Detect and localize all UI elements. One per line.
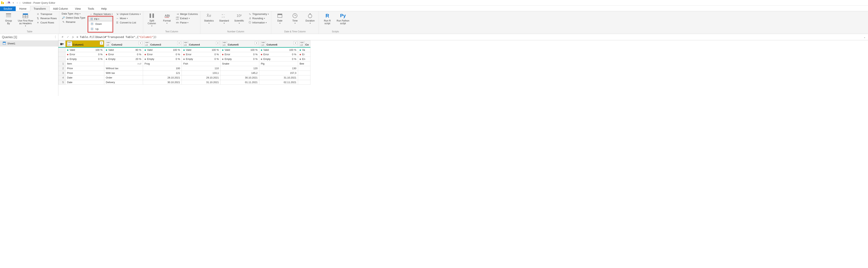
cell[interactable]: 100 <box>143 66 182 71</box>
merge-columns-button[interactable]: ⇥ Merge Columns <box>175 12 198 16</box>
qat-dropdown-icon[interactable]: ▾ <box>11 1 15 4</box>
cell[interactable]: With tax <box>104 71 143 76</box>
column-header-column1[interactable]: ABC123Column1▾ <box>65 40 104 48</box>
fill-up-menu-item[interactable]: Up <box>89 26 112 31</box>
table-row[interactable]: 1ItemnullFrogFishSnakePigBee <box>59 61 310 66</box>
cell[interactable]: 31.10.2021 <box>259 76 298 80</box>
column-header-column6[interactable]: ABC123Column6▾ <box>259 40 298 48</box>
tab-transform[interactable]: Transform <box>30 6 50 11</box>
fill-button[interactable]: Fill ▾ <box>89 17 112 21</box>
cell[interactable] <box>298 71 310 76</box>
standard-button[interactable]: + −÷ × Standard <box>217 12 230 25</box>
transpose-button[interactable]: ⤭ Transpose <box>36 12 57 16</box>
cell[interactable]: 30.10.2021 <box>220 76 259 80</box>
group-by-button[interactable]: Group By <box>2 12 15 25</box>
cell[interactable]: Price <box>65 71 104 76</box>
unpivot-button[interactable]: ⇲ Unpivot Columns <box>115 12 141 16</box>
format-button[interactable]: ABC Format <box>160 12 174 25</box>
move-button[interactable]: ↔ Move <box>115 16 141 20</box>
tab-tools[interactable]: Tools <box>84 6 98 11</box>
cell[interactable]: Date <box>65 80 104 85</box>
cell[interactable]: 31.10.2021 <box>182 80 220 85</box>
cell[interactable]: null <box>104 61 143 66</box>
save-icon[interactable] <box>7 1 11 4</box>
table-row[interactable]: 2PriceWithout tax100110120130 <box>59 66 310 71</box>
cell[interactable] <box>298 76 310 80</box>
cell[interactable]: 130 <box>259 66 298 71</box>
cell[interactable]: Delivery <box>104 80 143 85</box>
column-filter-icon[interactable]: ▾ <box>177 41 181 45</box>
cell[interactable]: Price <box>65 66 104 71</box>
statistics-button[interactable]: X̄σ Statistics <box>202 12 216 25</box>
detect-data-type-button[interactable]: 🔎 Detect Data Type <box>61 16 86 20</box>
cell[interactable]: Without tax <box>104 66 143 71</box>
information-button[interactable]: ⓘ Information <box>248 21 269 24</box>
replace-values-button[interactable]: ↔ Replace Values <box>89 12 113 16</box>
scientific-button[interactable]: 10² Scientific <box>232 12 246 25</box>
cell[interactable]: 30.10.2021 <box>143 80 182 85</box>
column-filter-icon[interactable]: ▾ <box>100 41 103 45</box>
accept-formula-icon[interactable]: ✓ <box>65 35 70 38</box>
select-all-corner[interactable]: ▦▾ <box>59 40 65 48</box>
tab-file[interactable]: Soubor <box>0 6 16 11</box>
cell[interactable] <box>298 66 310 71</box>
cell[interactable]: 133,1 <box>182 71 220 76</box>
cell[interactable]: Frog <box>143 61 182 66</box>
parse-button[interactable]: abc Parse <box>175 21 198 24</box>
data-type-button[interactable]: Data Type: Any <box>61 12 86 15</box>
extract-button[interactable]: ABC123 Extract <box>175 16 198 20</box>
cell[interactable]: 28.10.2021 <box>143 76 182 80</box>
cell[interactable]: Order <box>104 76 143 80</box>
reverse-rows-button[interactable]: ⇅ Reverse Rows <box>36 16 57 20</box>
use-first-row-button[interactable]: Use First Row as Headers <box>17 12 34 27</box>
date-button[interactable]: Date <box>273 12 286 25</box>
query-item-sheet1[interactable]: Sheet1 <box>0 40 58 47</box>
cell[interactable]: 121 <box>143 71 182 76</box>
cell[interactable]: 145,2 <box>220 71 259 76</box>
cell[interactable]: 157,3 <box>259 71 298 76</box>
column-header-column2[interactable]: ABC123Column2▾ <box>104 40 143 48</box>
cell[interactable]: Snake <box>220 61 259 66</box>
cell[interactable]: 29.10.2021 <box>182 76 220 80</box>
collapse-pane-icon[interactable]: 〈 <box>53 35 56 39</box>
table-row[interactable]: 3PriceWith tax121133,1145,2157,3 <box>59 71 310 76</box>
tab-help[interactable]: Help <box>98 6 110 11</box>
column-filter-icon[interactable]: ▾ <box>255 41 258 45</box>
trig-button[interactable]: ∿ Trigonometry <box>248 12 269 16</box>
expand-formula-icon[interactable]: ⌄ <box>862 36 867 38</box>
fill-down-menu-item[interactable]: Down <box>89 21 112 26</box>
column-header-column4[interactable]: ABC123Column4▾ <box>182 40 220 48</box>
cell[interactable]: Fish <box>182 61 220 66</box>
table-row[interactable]: 4DateOrder28.10.202129.10.202130.10.2021… <box>59 76 310 80</box>
cell[interactable] <box>298 80 310 85</box>
cell[interactable]: Bee <box>298 61 310 66</box>
duration-button[interactable]: Duration <box>304 12 317 25</box>
fx-icon[interactable]: fx <box>70 35 76 38</box>
cancel-formula-icon[interactable]: ✕ <box>60 35 65 38</box>
time-button[interactable]: Time <box>288 12 302 25</box>
split-column-button[interactable]: Split Column <box>145 12 158 27</box>
run-r-button[interactable]: R Run R script <box>321 12 334 25</box>
count-rows-button[interactable]: ≡ Count Rows <box>36 21 57 24</box>
cell[interactable]: Item <box>65 61 104 66</box>
run-python-button[interactable]: Py Run Python script <box>336 12 350 25</box>
cell[interactable]: 110 <box>182 66 220 71</box>
column-header-column5[interactable]: ABC123Column5▾ <box>220 40 259 48</box>
column-header-column3[interactable]: ABC123Column3▾ <box>143 40 182 48</box>
column-filter-icon[interactable]: ▾ <box>138 41 142 45</box>
tab-view[interactable]: View <box>71 6 84 11</box>
column-filter-icon[interactable]: ▾ <box>216 41 220 45</box>
data-grid[interactable]: ▦▾ABC123Column1▾ABC123Column2▾ABC123Colu… <box>58 40 868 85</box>
column-filter-icon[interactable]: ▾ <box>293 41 297 45</box>
rounding-button[interactable]: .0 Rounding <box>248 16 269 20</box>
cell[interactable]: Date <box>65 76 104 80</box>
table-row[interactable]: 5DateDelivery30.10.202131.10.202101.11.2… <box>59 80 310 85</box>
tab-add-column[interactable]: Add Column <box>50 6 71 11</box>
cell[interactable]: 120 <box>220 66 259 71</box>
cell[interactable]: 02.11.2021 <box>259 80 298 85</box>
rename-button[interactable]: ✎ Rename <box>61 20 86 24</box>
tab-home[interactable]: Home <box>16 6 30 11</box>
cell[interactable]: Pig <box>259 61 298 66</box>
convert-to-list-button[interactable]: ☰ Convert to List <box>115 21 141 24</box>
column-header-overflow[interactable]: ABC123Co <box>298 40 310 48</box>
